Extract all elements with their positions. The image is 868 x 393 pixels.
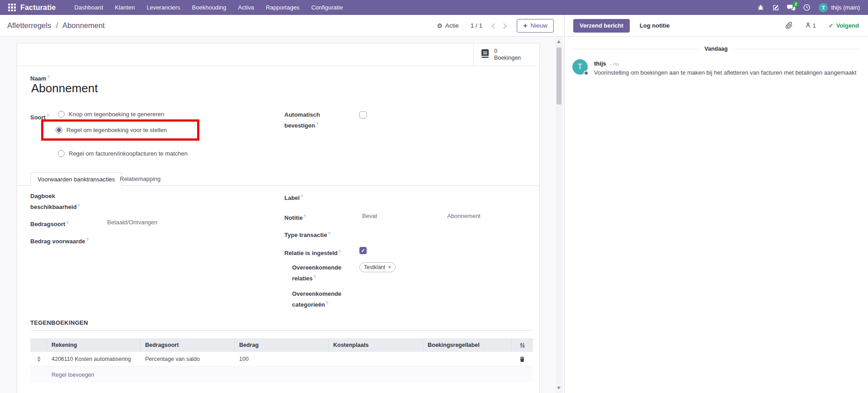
action-menu-button[interactable]: ⚙ Actie — [437, 22, 459, 29]
stat-button-strip: 0 Boekingen — [17, 43, 539, 66]
notitie-value[interactable]: Abonnement — [447, 213, 481, 219]
add-line-link[interactable]: Regel toevoegen — [47, 372, 99, 378]
help-icon[interactable]: ? — [47, 75, 49, 79]
form-sheet: 0 Boekingen Naam? Abonnement Soort? Knop… — [17, 43, 540, 393]
book-icon — [480, 48, 490, 61]
section-divider — [30, 330, 532, 331]
bedragsoort-label: Bedragsoort? — [30, 218, 68, 229]
cell-bedrag[interactable]: 100 — [235, 356, 329, 362]
plus-icon: + — [523, 22, 527, 29]
check-icon: ✓ — [829, 22, 834, 29]
stat-label: Boekingen — [494, 55, 521, 62]
send-message-button[interactable]: Verzend bericht — [573, 19, 630, 33]
boekingen-stat-button[interactable]: 0 Boekingen — [473, 43, 539, 66]
help-icon[interactable]: ? — [328, 231, 330, 236]
radio-option-facturen-matchen[interactable]: Regel om facturen/inkoopfacturen te matc… — [58, 150, 188, 157]
radio-icon[interactable] — [58, 150, 65, 157]
notitie-label: Notitie? — [284, 212, 306, 223]
tag-remove-icon[interactable]: × — [388, 264, 391, 270]
scroll-down-icon[interactable] — [557, 387, 561, 389]
cell-rekening[interactable]: 4206110 Kosten automatisering — [47, 356, 141, 362]
debug-bug-icon[interactable] — [753, 0, 768, 15]
delete-row-trash-icon[interactable] — [519, 356, 525, 363]
optional-columns-icon[interactable] — [519, 342, 526, 349]
auto-validate-checkbox[interactable] — [359, 111, 367, 118]
status-dot — [584, 71, 589, 76]
relatie-ingesteld-checkbox[interactable]: ✓ — [359, 247, 367, 254]
breadcrumb: Afletterregels / Abonnement — [7, 21, 105, 30]
app-name[interactable]: Facturatie — [20, 4, 56, 12]
cell-bedragsoort[interactable]: Percentage van saldo — [141, 356, 235, 362]
radio-option-knop[interactable]: Knop om tegenboeking te genereren — [58, 111, 164, 118]
radio-selected-icon[interactable] — [56, 127, 62, 133]
nav-item-klanten[interactable]: Klanten — [109, 0, 141, 15]
chatter-body: Vandaag T thijs - nu Voorinstelling om b… — [565, 37, 868, 77]
radio-option-regel-tegenboeking[interactable]: Regel om tegenboeking voor te stellen — [56, 127, 167, 133]
apps-grid-icon[interactable] — [8, 4, 16, 11]
table-header-row: Rekening Bedragsoort Bedrag Kostenplaats… — [30, 338, 533, 352]
table-row[interactable]: 4206110 Kosten automatisering Percentage… — [30, 352, 533, 367]
bedrag-voorwaarde-label: Bedrag voorwaarde? — [30, 235, 88, 246]
help-icon[interactable]: ? — [316, 122, 318, 126]
message-body: Voorinstelling om boekingen aan te maken… — [594, 68, 856, 77]
message-author[interactable]: thijs — [594, 60, 606, 67]
overeenkomende-categorieen-label: Overeenkomende categorieën? — [292, 289, 358, 309]
scrollbar-thumb[interactable] — [557, 47, 561, 104]
nav-item-leveranciers[interactable]: Leveranciers — [141, 0, 186, 15]
name-field-value[interactable]: Abonnement — [31, 81, 98, 95]
user-name: thijs (main) — [831, 4, 860, 11]
drag-handle-icon[interactable] — [37, 356, 41, 362]
edit-pencil-icon[interactable] — [768, 0, 783, 15]
message-time: - nu — [610, 61, 619, 66]
chatter-header: Verzend bericht Log notitie 1 ✓ Volgend — [565, 15, 868, 37]
scroll-up-icon[interactable] — [557, 40, 561, 43]
help-icon[interactable]: ? — [339, 249, 341, 254]
column-header-bedrag[interactable]: Bedrag — [235, 338, 329, 352]
help-icon[interactable]: ? — [326, 301, 328, 305]
column-header-rekening[interactable]: Rekening — [47, 338, 141, 352]
notitie-operator-value[interactable]: Bevat — [362, 213, 377, 219]
attachment-paperclip-icon[interactable] — [785, 22, 793, 29]
breadcrumb-parent[interactable]: Afletterregels — [7, 21, 51, 29]
column-header-kostenplaats[interactable]: Kostenplaats — [329, 338, 423, 352]
partner-tag[interactable]: Testklant × — [359, 262, 396, 272]
section-title-tegenboekingen: TEGENBOEKINGEN — [30, 319, 88, 326]
column-header-bedragsoort[interactable]: Bedragsoort — [141, 338, 235, 352]
user-menu[interactable]: T thijs (main) — [814, 3, 863, 12]
pager-previous-icon[interactable] — [489, 21, 499, 31]
nav-item-boekhouding[interactable]: Boekhouding — [186, 0, 232, 15]
help-icon[interactable]: ? — [66, 220, 68, 225]
nav-item-rapportages[interactable]: Rapportages — [260, 0, 305, 15]
following-button[interactable]: ✓ Volgend — [829, 22, 859, 29]
control-panel: Afletterregels / Abonnement ⚙ Actie 1 / … — [0, 15, 564, 37]
form-scrollbar[interactable] — [556, 37, 562, 393]
new-button[interactable]: + Nieuw — [517, 19, 554, 33]
log-note-button[interactable]: Log notitie — [640, 22, 670, 29]
pager-next-icon[interactable] — [500, 21, 509, 31]
help-icon[interactable]: ? — [78, 203, 80, 208]
help-icon[interactable]: ? — [301, 194, 303, 199]
type-transactie-label: Type transactie? — [284, 229, 330, 240]
help-icon[interactable]: ? — [314, 275, 316, 279]
messages-icon[interactable]: 2 — [783, 0, 799, 15]
tab-relatiemapping[interactable]: Relatiemapping — [113, 172, 167, 186]
help-icon[interactable]: ? — [47, 114, 49, 118]
radio-icon[interactable] — [58, 111, 65, 118]
bedragsoort-value[interactable]: Betaald/Ontvangen — [107, 219, 157, 226]
help-icon[interactable]: ? — [303, 214, 306, 218]
nav-item-configuratie[interactable]: Configuratie — [305, 0, 349, 15]
stat-value: 0 — [494, 48, 521, 55]
message-avatar: T — [572, 59, 588, 75]
pager-value: 1 / 1 — [471, 22, 482, 29]
top-navbar: Facturatie Dashboard Klanten Leverancier… — [0, 0, 868, 15]
followers-button[interactable]: 1 — [805, 22, 816, 30]
column-header-boekingsregellabel[interactable]: Boekingsregellabel — [423, 338, 511, 352]
help-icon[interactable]: ? — [86, 237, 88, 242]
dagboek-label: Dagboek beschikbaarheid? — [30, 192, 87, 212]
activity-clock-icon[interactable] — [799, 0, 814, 15]
nav-item-activa[interactable]: Activa — [232, 0, 260, 15]
tab-voorwaarden-banktransacties[interactable]: Voorwaarden banktransacties — [30, 172, 122, 186]
date-divider: Vandaag — [572, 46, 860, 52]
partner-tag-label: Testklant — [364, 264, 385, 270]
nav-item-dashboard[interactable]: Dashboard — [68, 0, 109, 15]
